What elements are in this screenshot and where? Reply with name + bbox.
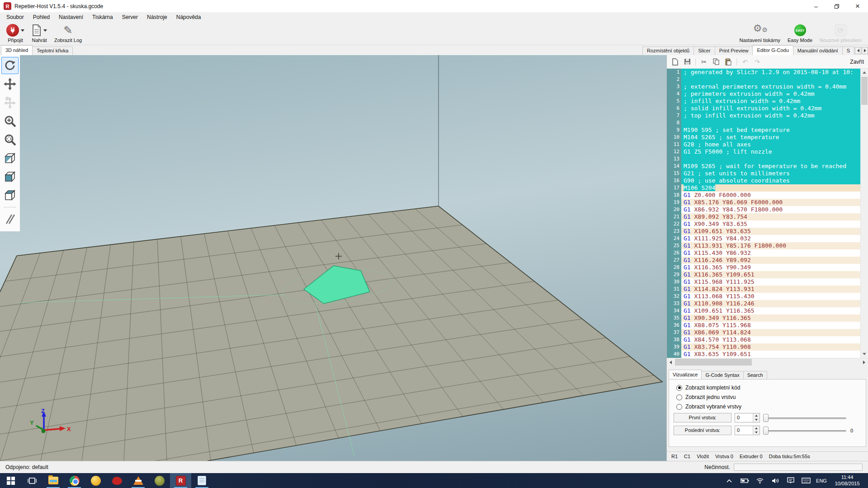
menu-pohled[interactable]: Pohled	[28, 13, 54, 22]
gcode-line[interactable]: 14M109 S265 ; wait for temperature to be…	[667, 163, 860, 170]
tray-notifications-button[interactable]	[783, 473, 798, 488]
menu-server[interactable]: Server	[118, 13, 142, 22]
gcode-line[interactable]: 2	[667, 76, 860, 83]
horizontal-scroll-thumb[interactable]	[675, 359, 752, 366]
last-layer-button[interactable]: Poslední vrstva:	[674, 426, 731, 435]
tab-3d-preview[interactable]: 3D náhled	[1, 45, 33, 55]
menu-nastroje[interactable]: Nástroje	[142, 13, 172, 22]
radio-icon[interactable]	[676, 404, 682, 410]
taskbar-canary-button[interactable]	[85, 473, 106, 488]
last-layer-slider[interactable]	[763, 426, 846, 435]
top-view-button[interactable]	[1, 187, 19, 204]
tray-volume-button[interactable]	[768, 473, 783, 488]
tab-object-placement[interactable]: Rozmístění objektů	[642, 47, 694, 55]
vertical-scrollbar[interactable]	[860, 69, 868, 358]
first-layer-button[interactable]: První vrstva:	[674, 413, 731, 422]
minimize-button[interactable]: –	[806, 0, 826, 12]
menu-nastaveni[interactable]: Nastavení	[54, 13, 88, 22]
gcode-line[interactable]: 30G1 X115.968 Y111.925	[667, 278, 860, 286]
show-log-button[interactable]: ✎ Zobrazit Log	[51, 22, 85, 45]
gcode-line[interactable]: 25G1 X113.931 Y85.176 F1800.000	[667, 242, 860, 249]
taskbar-vlc-button[interactable]	[127, 473, 149, 488]
gcode-line[interactable]: 13	[667, 155, 860, 163]
rotate-view-button[interactable]	[1, 57, 19, 74]
menu-tiskarna[interactable]: Tiskárna	[88, 13, 118, 22]
gcode-line[interactable]: 35G1 X90.349 Y116.365	[667, 314, 860, 322]
horizontal-scrollbar[interactable]	[667, 358, 868, 366]
scroll-left-button[interactable]	[667, 358, 675, 366]
gcode-line[interactable]: 17M106 S204	[667, 184, 860, 192]
radio-show-single-layer[interactable]: Zobrazit jednu vrstvu	[676, 394, 866, 400]
tab-manual-control[interactable]: Manuální ovládání	[793, 47, 843, 55]
tray-clock[interactable]: 11:44 10/08/2015	[829, 473, 868, 488]
radio-show-layer-range[interactable]: Zobrazit vybrané vrstvy	[676, 404, 866, 410]
menu-soubor[interactable]: Soubor	[2, 13, 28, 22]
gcode-line[interactable]: 6; solid infill extrusion width = 0.42mm	[667, 105, 860, 112]
scroll-up-button[interactable]	[861, 69, 868, 76]
tab-scroll-left-button[interactable]	[855, 47, 861, 54]
gcode-line[interactable]: 26G1 X115.430 Y86.932	[667, 249, 860, 257]
gcode-line[interactable]: 19G1 X85.176 Y86.069 F6000.000	[667, 199, 860, 206]
gcode-line[interactable]: 5; infill extrusion width = 0.42mm	[667, 98, 860, 105]
spin-down-button[interactable]	[753, 418, 760, 422]
start-button[interactable]	[0, 473, 21, 488]
tab-gcode-syntax[interactable]: G-Code Syntax	[701, 371, 743, 379]
cut-button[interactable]: ✂	[700, 58, 708, 66]
gcode-line[interactable]: 28G1 X116.365 Y90.349	[667, 264, 860, 271]
new-file-button[interactable]	[671, 58, 679, 66]
move-view-button[interactable]	[1, 75, 19, 93]
parallel-projection-button[interactable]	[1, 211, 19, 228]
zoom-button[interactable]	[1, 113, 19, 130]
radio-icon[interactable]	[676, 394, 682, 400]
gcode-line[interactable]: 20G1 X86.932 Y84.570 F1800.000	[667, 206, 860, 213]
first-layer-slider[interactable]	[763, 413, 846, 422]
tray-keyboard-button[interactable]	[798, 473, 814, 488]
taskbar-repetier-button[interactable]: R	[170, 473, 191, 488]
tray-language-button[interactable]: ENG	[814, 473, 829, 488]
gcode-line[interactable]: 10M104 S265 ; set temperature	[667, 134, 860, 141]
isometric-view-button[interactable]	[1, 150, 19, 167]
taskbar-chrome-button[interactable]	[64, 473, 85, 488]
slider-thumb[interactable]	[763, 427, 769, 435]
gcode-line[interactable]: 32G1 X113.068 Y115.430	[667, 293, 860, 300]
first-layer-spinner[interactable]: 0	[735, 413, 760, 422]
gcode-line[interactable]: 27G1 X116.246 Y89.092	[667, 257, 860, 264]
gcode-line[interactable]: 9M190 S95 ; set bed temperature	[667, 127, 860, 134]
fit-view-button[interactable]	[1, 131, 19, 148]
taskbar-notepad-button[interactable]	[191, 473, 212, 488]
gcode-line[interactable]: 8	[667, 119, 860, 127]
spin-up-button[interactable]	[753, 413, 760, 418]
gcode-line[interactable]: 34G1 X109.651 Y116.365	[667, 307, 860, 314]
load-dropdown-icon[interactable]	[43, 29, 47, 32]
gcode-line[interactable]: 31G1 X114.824 Y113.931	[667, 286, 860, 293]
spin-down-button[interactable]	[753, 431, 760, 435]
tab-more-cut[interactable]: S	[842, 47, 854, 55]
gcode-line[interactable]: 39G1 X83.754 Y110.908	[667, 343, 860, 351]
tab-slicer[interactable]: Slicer	[693, 47, 715, 55]
menu-napoveda[interactable]: Nápověda	[172, 13, 206, 22]
gcode-line[interactable]: 7; top infill extrusion width = 0.42mm	[667, 112, 860, 119]
gcode-line[interactable]: 33G1 X110.908 Y116.246	[667, 300, 860, 307]
copy-button[interactable]	[712, 58, 720, 66]
gcode-line[interactable]: 3; external perimeters extrusion width =…	[667, 83, 860, 90]
tab-search[interactable]: Search	[743, 371, 767, 379]
tray-expand-button[interactable]	[722, 473, 737, 488]
gcode-line[interactable]: 11G28 ; home all axes	[667, 141, 860, 148]
close-button[interactable]: ×	[847, 0, 868, 12]
gcode-line[interactable]: 23G1 X109.651 Y83.635	[667, 228, 860, 235]
connect-dropdown-icon[interactable]	[21, 29, 24, 32]
tray-battery-button[interactable]	[737, 473, 752, 488]
load-button[interactable]: Nahrát	[28, 22, 51, 45]
easy-mode-button[interactable]: EASY Easy Mode	[784, 22, 816, 45]
code-area[interactable]: 1; generated by Slic3r 1.2.9 on 2015-08-…	[667, 69, 868, 358]
gcode-line[interactable]: 12G1 Z5 F5000 ; lift nozzle	[667, 148, 860, 155]
gcode-line[interactable]: 21G1 X89.092 Y83.754	[667, 213, 860, 221]
tab-temperature-curve[interactable]: Teplotní křivka	[32, 47, 73, 55]
gcode-line[interactable]: 15G21 ; set units to millimeters	[667, 170, 860, 177]
gcode-line[interactable]: 1; generated by Slic3r 1.2.9 on 2015-08-…	[667, 69, 860, 76]
gcode-line[interactable]: 40G1 X83.635 Y109.651	[667, 351, 860, 358]
connect-button[interactable]: Připojit	[3, 22, 28, 45]
gcode-line[interactable]: 4; perimeters extrusion width = 0.42mm	[667, 90, 860, 98]
gcode-line[interactable]: 38G1 X84.570 Y113.068	[667, 336, 860, 343]
editor-close-button[interactable]: Zavřít	[850, 59, 864, 65]
